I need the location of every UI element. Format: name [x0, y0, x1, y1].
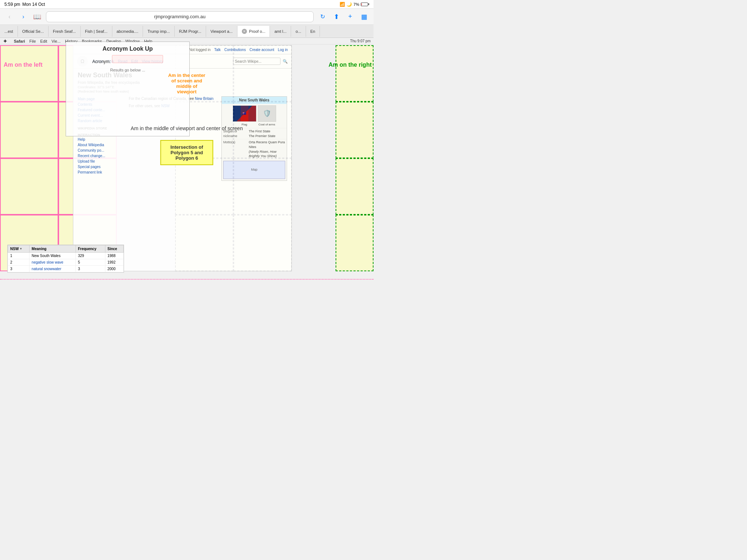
grid-cell-r3c5	[336, 158, 374, 215]
wiki-infobox-motto-row: Motto(s) Orta Recens Quam Pura Nites(New…	[222, 139, 287, 159]
wiki-infobox: New South Wales 🇦🇺 Flag	[221, 96, 287, 181]
battery-icon	[361, 3, 369, 6]
row2-rank: 2	[8, 259, 30, 266]
table-row: 2 negative slow wave 5 1992	[8, 259, 124, 266]
back-button[interactable]: ‹	[4, 12, 15, 22]
table-row: 3 natural snowwater 3 2000	[8, 266, 124, 272]
time: 5:59 pm	[4, 2, 20, 7]
browser-chrome: ‹ › 📖 rjmprogramming.com.au ↻ ⬆ + ▦	[0, 9, 374, 25]
bottom-border	[0, 279, 374, 280]
row1-rank: 1	[8, 253, 30, 259]
wiki-search-input[interactable]	[233, 58, 280, 65]
tab-0[interactable]: ...est	[0, 26, 18, 37]
status-bar: 5:59 pm Mon 14 Oct 📶 🌙 7%	[0, 0, 374, 9]
reload-button[interactable]: ↻	[317, 12, 328, 22]
table-row: 1 New South Wales 329 1988	[8, 253, 124, 259]
battery-tip	[368, 3, 369, 5]
menu-view[interactable]: Vie...	[51, 39, 61, 43]
row3-since: 2000	[105, 266, 124, 272]
status-left: 5:59 pm Mon 14 Oct	[4, 2, 45, 7]
row2-freq: 5	[76, 259, 105, 266]
tab-10[interactable]: o...	[291, 26, 306, 37]
wiki-nav-help[interactable]: Help	[78, 137, 125, 142]
acronym-label: Acronym:	[70, 55, 186, 64]
right-viewport-label: Am on the right	[329, 62, 372, 68]
mac-status-right: Thu 9:07 pm	[350, 39, 371, 43]
intersection-text: Intersection ofPolygon 5 andPolygon 6	[170, 144, 203, 161]
tab-11[interactable]: En	[306, 26, 320, 37]
wiki-infobox-title: New South Wales	[222, 97, 287, 104]
acronym-input[interactable]	[112, 55, 163, 63]
col-since: Since	[105, 245, 124, 253]
row3-rank: 3	[8, 266, 30, 272]
nsw-table-inner: NSW ▼ Meaning Frequency Since 1 New Sout…	[8, 245, 124, 272]
tab-2[interactable]: Fresh Seaf...	[49, 26, 81, 37]
share-button[interactable]: ⬆	[331, 12, 341, 22]
acronym-results: Results go below ...	[70, 68, 186, 72]
main-content: ✦ Safari File Edit Vie... History Bookma…	[0, 38, 374, 280]
wiki-create-account-link[interactable]: Create account	[249, 48, 274, 52]
left-viewport-label: Am on the left	[4, 62, 43, 68]
wiki-search-button[interactable]: 🔍	[283, 59, 288, 64]
wiki-nav-community[interactable]: Community po...	[78, 148, 125, 153]
row3-meaning[interactable]: natural snowwater	[29, 266, 76, 272]
tab-3[interactable]: Fish | Seaf...	[81, 26, 112, 37]
grid-cell-r2c5	[336, 102, 374, 158]
menu-file[interactable]: File	[30, 39, 36, 43]
row2-meaning[interactable]: negative slow wave	[29, 259, 76, 266]
wiki-talk-link[interactable]: Talk	[214, 48, 221, 52]
row1-freq: 329	[76, 253, 105, 259]
date: Mon 14 Oct	[22, 2, 45, 7]
apple-logo: ✦	[3, 38, 7, 44]
new-tab-button[interactable]: +	[345, 12, 355, 22]
col-meaning: Meaning	[29, 245, 76, 253]
wiki-motto-label: Motto(s)	[223, 140, 249, 158]
url-text: rjmprogramming.com.au	[154, 14, 206, 19]
row2-since: 1992	[105, 259, 124, 266]
tabs-button[interactable]: ▦	[359, 12, 369, 22]
wiki-nav-right: 🔍	[233, 58, 288, 65]
wiki-login-link[interactable]: Log in	[278, 48, 288, 52]
nsw-table: NSW ▼ Meaning Frequency Since 1 New Sout…	[7, 245, 124, 273]
forward-button[interactable]: ›	[18, 12, 28, 22]
grid-cell-r1c1	[0, 45, 58, 102]
wiki-intro-link1[interactable]: New Britain	[195, 97, 213, 101]
wiki-nav-permanent[interactable]: Permanent link	[78, 170, 125, 175]
tabs-bar: ...est Official Se... Fresh Seaf... Fish…	[0, 25, 374, 38]
tab-5[interactable]: Trump imp...	[143, 26, 174, 37]
tab-close-icon[interactable]: ✕	[242, 29, 247, 34]
wiki-nav-upload[interactable]: Upload file	[78, 159, 125, 164]
sort-arrow[interactable]: ▼	[19, 247, 22, 250]
tab-6[interactable]: RJM Progr...	[175, 26, 206, 37]
wiki-motto-value: Orta Recens Quam Pura Nites(Newly Risen,…	[249, 140, 285, 158]
bookmarks-button[interactable]: 📖	[32, 12, 42, 22]
tab-7[interactable]: Viewport a...	[206, 26, 237, 37]
menu-edit[interactable]: Edit	[40, 39, 47, 43]
wiki-contributions-link[interactable]: Contributions	[224, 48, 246, 52]
wiki-coa-label: Coat of arms	[258, 122, 276, 127]
tab-1[interactable]: Official Se...	[18, 26, 49, 37]
grid-cell-r4c5	[336, 215, 374, 271]
tab-4[interactable]: abcmedia....	[112, 26, 143, 37]
wiki-nav-recent[interactable]: Recent change...	[78, 153, 125, 159]
col-frequency: Frequency	[76, 245, 105, 253]
tab-9[interactable]: amt l...	[270, 26, 291, 37]
wiki-nav-special[interactable]: Special pages	[78, 164, 125, 170]
intersection-box: Intersection ofPolygon 5 andPolygon 6	[160, 140, 213, 165]
status-right: 📶 🌙 7%	[340, 2, 369, 7]
wifi-icon: 📶	[340, 2, 345, 7]
battery-fill	[361, 3, 362, 5]
row1-since: 1988	[105, 253, 124, 259]
wiki-coa: 🛡️	[258, 105, 276, 122]
grid-cell-r2c1	[0, 102, 58, 158]
wiki-infobox-images: 🇦🇺 Flag 🛡️ Coat of arms	[222, 104, 287, 128]
wiki-nav-about[interactable]: About Wikipedia	[78, 142, 125, 148]
col-nsw: NSW ▼	[8, 245, 30, 253]
url-bar[interactable]: rjmprogramming.com.au	[46, 11, 314, 22]
menu-safari[interactable]: Safari	[14, 39, 25, 43]
moon-icon: 🌙	[347, 2, 352, 7]
tab-8[interactable]: ✕ Proof o...	[237, 26, 270, 37]
center-viewport-label: Am in the center of screen and middle of…	[168, 73, 205, 94]
grid-cell-r1c5	[336, 45, 374, 102]
battery-percentage: 7%	[353, 2, 359, 7]
